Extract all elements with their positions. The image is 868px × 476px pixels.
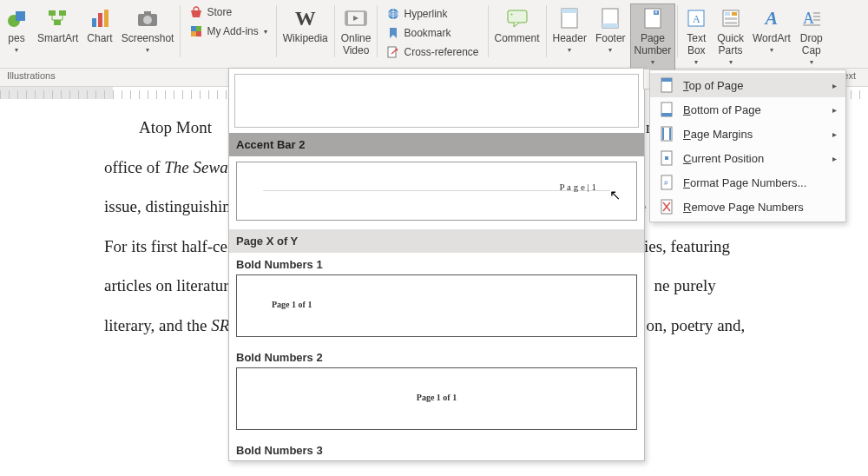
menu-current-position[interactable]: Current Position ▸ [650,146,845,170]
bookmark-icon [386,26,400,40]
footer-button[interactable]: Footer ▾ [591,3,630,59]
addins-button[interactable]: My Add-ins ▾ [186,23,270,40]
svg-rect-26 [562,9,577,13]
group-illustrations: Illustrations [0,69,187,86]
svg-rect-36 [732,12,737,16]
comment-icon: + [505,6,529,30]
svg-rect-10 [144,11,151,15]
menu-page-margins[interactable]: Page Margins ▸ [650,122,845,146]
svg-rect-35 [725,12,730,16]
gallery-label-bold3: Bold Numbers 3 [229,439,644,460]
svg-rect-21 [388,47,396,57]
svg-point-9 [143,16,152,24]
menu-bottom-of-page[interactable]: Bottom of Page ▸ [650,97,845,122]
shapes-button[interactable]: pes ▾ [0,3,33,59]
textbox-icon: A [684,6,708,30]
cursor-icon: ↖ [609,187,621,203]
smartart-button[interactable]: SmartArt [33,3,82,47]
header-button[interactable]: Header ▾ [549,3,591,59]
header-icon [557,6,582,30]
video-icon [344,6,368,30]
store-button[interactable]: Store [186,3,270,21]
page-top-icon [659,77,674,93]
smartart-icon [46,6,70,30]
svg-rect-18 [364,11,366,25]
svg-text:A: A [693,13,700,25]
wikipedia-button[interactable]: W Wikipedia [279,3,332,47]
dropdown-icon: ▾ [810,56,813,69]
quickparts-button[interactable]: Quick Parts ▾ [713,3,748,71]
submenu-arrow-icon: ▸ [832,105,837,115]
svg-rect-5 [92,18,96,27]
menu-remove-page-numbers[interactable]: Remove Page Numbers [650,195,845,219]
dropcap-icon: A [799,6,824,30]
svg-rect-37 [725,17,737,20]
svg-text:#: # [654,10,657,15]
dropdown-icon: ▾ [146,44,149,56]
footer-icon [598,6,622,30]
svg-rect-47 [661,113,672,116]
svg-rect-7 [104,10,108,27]
gallery-label-bold1: Bold Numbers 1 [229,253,644,274]
addins-icon [189,24,203,38]
dropdown-icon: ▾ [729,56,733,69]
svg-text:#: # [664,179,668,187]
quickparts-icon [719,6,743,30]
page-number-icon: # [641,6,665,30]
page-bottom-icon [659,102,674,117]
gallery-item-accent-bar-2[interactable]: P a g e | 1 ↖ [236,162,637,221]
crossref-button[interactable]: Cross-reference [383,43,482,61]
svg-rect-12 [196,26,201,31]
bookmark-button[interactable]: Bookmark [383,24,482,42]
page-margins-icon [659,126,674,142]
dropdown-icon: ▾ [608,44,612,56]
dropdown-icon: ▾ [770,44,773,56]
chart-button[interactable]: Chart [82,3,116,47]
screenshot-icon [135,6,160,30]
store-icon [189,5,203,19]
svg-rect-4 [54,20,61,25]
gallery-label-bold2: Bold Numbers 2 [229,346,644,367]
page-number-gallery: ▴ Accent Bar 2 P a g e | 1 ↖ Page X of Y… [228,68,645,461]
svg-rect-3 [59,10,66,16]
svg-rect-6 [98,13,102,27]
gallery-item-bold-numbers-2[interactable]: Page 1 of 1 [236,367,637,430]
hyperlink-icon [386,7,400,21]
submenu-arrow-icon: ▸ [832,154,837,163]
gallery-preview[interactable] [234,74,639,128]
hyperlink-button[interactable]: Hyperlink [383,5,482,23]
gallery-header-accent: Accent Bar 2 [229,133,644,156]
menu-format-page-numbers[interactable]: # Format Page Numbers... [650,170,845,195]
svg-rect-13 [191,31,196,36]
dropdown-icon: ▾ [15,44,18,56]
svg-rect-38 [725,22,737,24]
svg-rect-28 [602,23,618,28]
submenu-arrow-icon: ▸ [832,129,837,139]
screenshot-button[interactable]: Screenshot ▾ [117,3,179,59]
crossref-icon [386,45,400,59]
online-video-button[interactable]: Online Video [337,3,376,59]
gallery-header-pagexy: Page X of Y [229,229,644,253]
textbox-button[interactable]: A Text Box ▾ [680,3,713,71]
svg-rect-49 [662,128,664,140]
svg-rect-45 [661,78,672,82]
wordart-button[interactable]: A WordArt ▾ [748,3,795,59]
current-position-icon [659,150,674,166]
gallery-item-bold-numbers-1[interactable]: Page 1 of 1 [236,274,637,337]
svg-marker-16 [353,16,358,21]
svg-rect-11 [191,26,196,31]
dropcap-button[interactable]: A Drop Cap ▾ [795,3,828,71]
menu-top-of-page[interactable]: TTop of Pageop of Page ▸ [650,73,845,97]
wordart-icon: A [760,6,784,30]
dropdown-icon: ▾ [651,56,654,69]
comment-button[interactable]: + Comment [490,3,544,47]
format-numbers-icon: # [659,175,674,190]
svg-rect-52 [665,156,668,160]
submenu-arrow-icon: ▸ [832,81,837,90]
svg-rect-2 [49,10,56,16]
page-number-button[interactable]: # Page Number ▾ [630,3,676,71]
page-number-menu: TTop of Pageop of Page ▸ Bottom of Page … [649,69,846,222]
svg-rect-17 [345,11,348,25]
remove-numbers-icon [659,199,674,215]
dropdown-icon: ▾ [694,56,698,69]
